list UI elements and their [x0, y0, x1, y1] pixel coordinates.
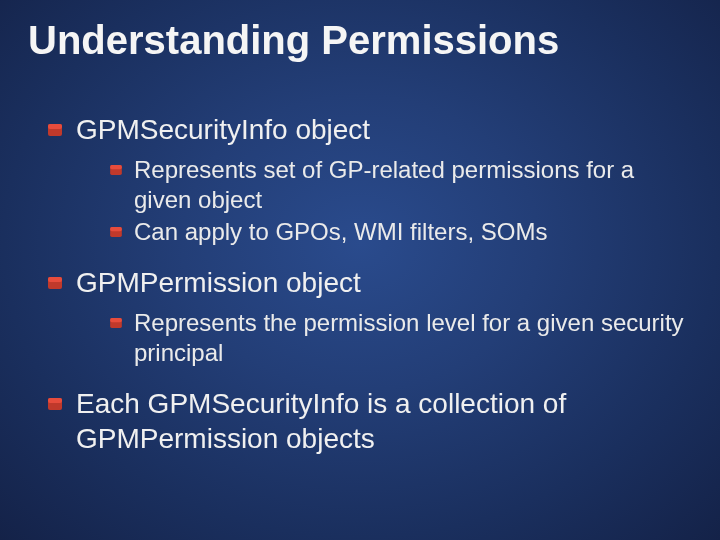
slide-title: Understanding Permissions: [28, 18, 692, 62]
list-item: Represents the permission level for a gi…: [110, 308, 692, 368]
list-item: Can apply to GPOs, WMI filters, SOMs: [110, 217, 692, 247]
list-item-text: GPMPermission object: [76, 267, 361, 298]
svg-rect-1: [48, 124, 62, 129]
svg-rect-11: [48, 398, 62, 403]
bullet-icon: [110, 318, 122, 328]
svg-rect-3: [110, 165, 122, 169]
list-item: GPMSecurityInfo object Represents set of…: [48, 112, 692, 247]
list-item-text: Represents the permission level for a gi…: [134, 309, 684, 366]
list-item: GPMPermission object Represents the perm…: [48, 265, 692, 368]
list-item-text: Can apply to GPOs, WMI filters, SOMs: [134, 218, 547, 245]
svg-rect-9: [110, 318, 122, 322]
slide: Understanding Permissions GPMSecurityInf…: [0, 0, 720, 540]
bullet-icon: [48, 124, 62, 136]
sub-list: Represents set of GP-related permissions…: [76, 155, 692, 247]
bullet-icon: [48, 398, 62, 410]
list-item: Each GPMSecurityInfo is a collection of …: [48, 386, 692, 456]
list-item-text: Represents set of GP-related permissions…: [134, 156, 634, 213]
sub-list: Represents the permission level for a gi…: [76, 308, 692, 368]
bullet-icon: [48, 277, 62, 289]
bullet-list: GPMSecurityInfo object Represents set of…: [28, 112, 692, 456]
list-item-text: Each GPMSecurityInfo is a collection of …: [76, 388, 566, 454]
list-item-text: GPMSecurityInfo object: [76, 114, 370, 145]
list-item: Represents set of GP-related permissions…: [110, 155, 692, 215]
bullet-icon: [110, 227, 122, 237]
svg-rect-5: [110, 227, 122, 231]
svg-rect-7: [48, 277, 62, 282]
bullet-icon: [110, 165, 122, 175]
